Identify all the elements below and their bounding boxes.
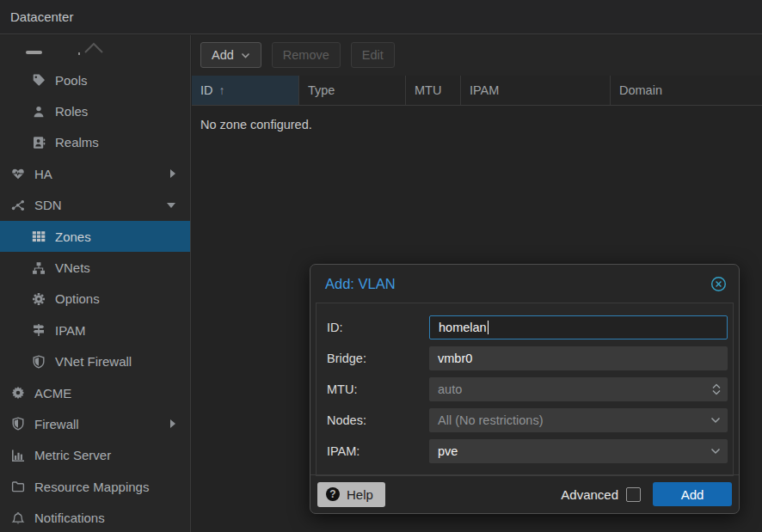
sidebar-item-resource-mappings[interactable]: Resource Mappings <box>0 471 190 502</box>
folder-icon <box>11 480 25 493</box>
text-caret <box>488 321 489 334</box>
add-button[interactable]: Add <box>200 42 261 68</box>
question-circle-icon: ? <box>326 487 340 501</box>
top-bar: Datacenter <box>0 0 762 34</box>
form-row-mtu: MTU: auto <box>327 374 728 405</box>
sidebar-item-acme[interactable]: ACME <box>0 377 190 408</box>
field-label: Bridge: <box>327 352 429 365</box>
column-header-id[interactable]: ID↑ <box>192 76 299 105</box>
table-header-row: ID↑ Type MTU IPAM Domain <box>192 76 762 106</box>
sidebar-tree: Pools Roles Realms HA SDN <box>0 35 191 532</box>
expand-right-icon[interactable] <box>170 419 175 428</box>
edit-button[interactable]: Edit <box>351 42 395 68</box>
chevron-down-icon[interactable] <box>710 448 721 455</box>
map-signs-icon <box>32 323 46 337</box>
sidebar-item-label: Pools <box>55 73 88 88</box>
add-button-label: Add <box>212 48 234 62</box>
expand-right-icon[interactable] <box>170 169 175 178</box>
sidebar-item-label: Zones <box>55 229 91 244</box>
shield-icon <box>11 417 25 431</box>
sitemap-icon <box>32 261 46 275</box>
sidebar-item-label: VNets <box>55 260 90 275</box>
edit-button-label: Edit <box>362 48 384 62</box>
footer-actions: Advanced Add <box>561 482 732 506</box>
sidebar-item-zones[interactable]: Zones <box>0 221 190 252</box>
column-header-mtu[interactable]: MTU <box>406 76 461 105</box>
network-nodes-icon <box>11 199 25 212</box>
user-icon <box>32 105 46 119</box>
form-row-bridge: Bridge: vmbr0 <box>327 343 728 374</box>
field-label: Nodes: <box>327 413 429 427</box>
column-label: ID <box>200 83 213 97</box>
dialog-footer: ? Help Advanced Add <box>310 474 739 513</box>
sidebar-item-pools[interactable]: Pools <box>0 64 190 95</box>
bridge-input-value: vmbr0 <box>438 352 472 365</box>
sidebar-item-label: ACME <box>34 386 71 401</box>
dialog-title: Add: VLAN <box>325 276 710 292</box>
page-title: Datacenter <box>0 0 762 34</box>
submit-add-button[interactable]: Add <box>653 482 732 506</box>
submit-add-label: Add <box>681 487 704 502</box>
empty-table-message: No zone configured. <box>192 106 762 131</box>
bar-chart-icon <box>11 449 25 462</box>
bridge-input[interactable]: vmbr0 <box>429 346 728 370</box>
chevron-down-icon[interactable] <box>710 417 721 424</box>
sidebar-item-label: Metric Server <box>34 448 111 462</box>
add-vlan-dialog: Add: VLAN ID: homelan Bridge: vmbr0 MTU: <box>310 264 740 514</box>
sidebar-item-options[interactable]: Options <box>0 284 190 315</box>
field-label: MTU: <box>327 382 429 396</box>
heartbeat-icon <box>11 167 25 180</box>
sidebar-item-vnets[interactable]: VNets <box>0 252 190 283</box>
sidebar-item-firewall[interactable]: Firewall <box>0 408 190 439</box>
tag-icon <box>32 73 46 87</box>
mtu-spinner[interactable]: auto <box>429 377 728 401</box>
form-row-nodes: Nodes: All (No restrictions) <box>327 405 728 436</box>
sidebar-item-label: Firewall <box>34 417 79 431</box>
ipam-select[interactable]: pve <box>429 439 728 463</box>
nodes-placeholder: All (No restrictions) <box>438 413 543 427</box>
partial-text-fragment <box>78 52 80 55</box>
sidebar-item-label: VNet Firewall <box>55 354 132 369</box>
field-label: IPAM: <box>327 444 429 458</box>
dialog-header[interactable]: Add: VLAN <box>310 265 739 303</box>
field-label: ID: <box>327 321 429 334</box>
remove-button[interactable]: Remove <box>272 42 341 68</box>
ipam-select-value: pve <box>438 444 458 458</box>
sidebar-item-label: SDN <box>34 198 62 212</box>
column-header-ipam[interactable]: IPAM <box>461 76 611 105</box>
sidebar-item-realms[interactable]: Realms <box>0 127 190 158</box>
help-button[interactable]: ? Help <box>317 482 385 507</box>
chevron-down-icon <box>241 52 250 58</box>
sidebar-item-ha[interactable]: HA <box>0 158 190 189</box>
sidebar-item-label: HA <box>34 167 52 181</box>
nodes-select[interactable]: All (No restrictions) <box>429 408 728 432</box>
id-input[interactable]: homelan <box>429 315 728 339</box>
column-label: IPAM <box>470 83 499 97</box>
address-book-icon <box>32 136 46 150</box>
close-icon[interactable] <box>710 276 727 292</box>
column-label: Domain <box>619 83 662 97</box>
sidebar-item-label: Realms <box>55 135 99 150</box>
sort-ascending-icon: ↑ <box>219 83 225 97</box>
column-label: MTU <box>415 83 441 97</box>
shield-icon <box>32 355 46 369</box>
sidebar-item-ipam[interactable]: IPAM <box>0 315 190 345</box>
collapse-down-icon[interactable] <box>167 203 175 208</box>
sidebar-item-roles[interactable]: Roles <box>0 95 190 126</box>
sidebar-item-metric-server[interactable]: Metric Server <box>0 440 190 471</box>
spinner-up-down-icon[interactable] <box>712 384 721 395</box>
sidebar-item-label: Notifications <box>34 511 105 525</box>
column-header-domain[interactable]: Domain <box>611 76 762 105</box>
column-header-type[interactable]: Type <box>299 76 406 105</box>
form-row-ipam: IPAM: pve <box>327 436 728 467</box>
sidebar-item-partial[interactable] <box>0 35 190 64</box>
chevron-up-icon <box>83 41 105 54</box>
grid-icon <box>32 229 46 243</box>
sidebar-item-vnet-firewall[interactable]: VNet Firewall <box>0 346 190 377</box>
sidebar-item-sdn[interactable]: SDN <box>0 190 190 221</box>
sidebar-item-notifications[interactable]: Notifications <box>0 502 190 532</box>
sidebar-item-label: Roles <box>55 104 88 119</box>
bell-icon <box>11 511 25 525</box>
sidebar-item-label: IPAM <box>55 323 86 338</box>
advanced-checkbox[interactable] <box>626 487 641 502</box>
